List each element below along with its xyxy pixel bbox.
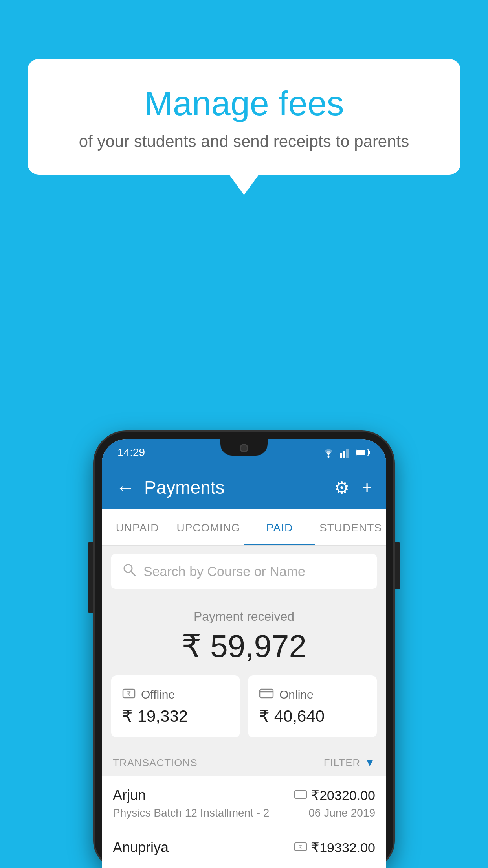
app-bar-actions: ⚙ + <box>334 478 372 498</box>
add-button[interactable]: + <box>362 478 372 497</box>
online-label: Online <box>279 688 314 701</box>
payment-received-section: Payment received ₹ 59,972 <box>102 597 386 675</box>
transaction-amount-wrap-2: ₹ ₹19332.00 <box>294 840 375 855</box>
bubble-title: Manage fees <box>59 83 429 124</box>
rupee-card-icon: ₹ <box>122 687 136 702</box>
offline-amount: ₹ 19,332 <box>122 706 229 726</box>
online-payment-icon <box>294 789 307 802</box>
filter-label: FILTER <box>324 757 361 769</box>
transaction-amount-2: ₹19332.00 <box>311 840 375 855</box>
transaction-top: Arjun ₹20320.00 <box>113 787 375 804</box>
settings-button[interactable]: ⚙ <box>334 478 349 498</box>
payment-cards-row: ₹ Offline ₹ 19,332 <box>102 675 386 748</box>
transactions-header: TRANSACTIONS FILTER ▼ <box>102 748 386 776</box>
tabs: UNPAID UPCOMING PAID STUDENTS <box>102 509 386 546</box>
transaction-row[interactable]: Arjun ₹20320.00 <box>102 776 386 828</box>
svg-point-0 <box>328 456 330 458</box>
transaction-amount: ₹20320.00 <box>311 787 375 803</box>
payment-received-amount: ₹ 59,972 <box>102 628 386 664</box>
credit-card-icon <box>259 687 274 702</box>
transaction-amount-wrap: ₹20320.00 <box>294 787 375 803</box>
tab-students[interactable]: STUDENTS <box>315 509 386 545</box>
svg-text:₹: ₹ <box>127 691 131 697</box>
svg-line-8 <box>131 572 135 576</box>
svg-rect-3 <box>346 449 349 458</box>
camera-notch <box>240 444 248 452</box>
notch <box>220 439 268 456</box>
speech-bubble-container: Manage fees of your students and send re… <box>28 59 460 175</box>
search-bar[interactable]: Search by Course or Name <box>111 554 377 589</box>
offline-card-header: ₹ Offline <box>122 687 229 702</box>
svg-rect-1 <box>340 453 342 458</box>
tab-upcoming[interactable]: UPCOMING <box>173 509 244 545</box>
payment-received-label: Payment received <box>102 609 386 624</box>
svg-rect-5 <box>368 451 370 454</box>
svg-rect-6 <box>356 450 365 455</box>
app-bar: ← Payments ⚙ + <box>102 466 386 509</box>
status-time: 14:29 <box>117 446 145 459</box>
transaction-bottom: Physics Batch 12 Installment - 2 06 June… <box>113 807 375 819</box>
phone-screen: 14:29 <box>102 439 386 868</box>
bubble-subtitle: of your students and send receipts to pa… <box>59 132 429 151</box>
offline-label: Offline <box>141 688 175 701</box>
transaction-course: Physics Batch 12 Installment - 2 <box>113 807 269 819</box>
filter-button[interactable]: FILTER ▼ <box>324 756 375 769</box>
offline-card: ₹ Offline ₹ 19,332 <box>111 675 240 737</box>
status-icons <box>322 447 371 458</box>
battery-icon <box>356 448 371 457</box>
transaction-name: Arjun <box>113 787 146 804</box>
main-content: Search by Course or Name Payment receive… <box>102 554 386 868</box>
offline-payment-icon: ₹ <box>294 841 307 854</box>
phone-outer-frame: 14:29 <box>95 432 393 868</box>
svg-text:₹: ₹ <box>299 844 302 850</box>
back-button[interactable]: ← <box>116 477 135 498</box>
transactions-label: TRANSACTIONS <box>113 757 198 769</box>
transaction-date: 06 June 2019 <box>308 807 375 819</box>
app-bar-title: Payments <box>144 477 334 498</box>
online-card-header: Online <box>259 687 366 702</box>
signal-icon <box>340 447 351 458</box>
search-input-placeholder[interactable]: Search by Course or Name <box>143 564 305 579</box>
transaction-top-2: Anupriya ₹ ₹19332.00 <box>113 839 375 856</box>
svg-rect-2 <box>343 451 345 458</box>
tab-paid[interactable]: PAID <box>244 509 315 545</box>
transaction-name-2: Anupriya <box>113 839 169 856</box>
transaction-row[interactable]: Anupriya ₹ ₹19332.00 <box>102 828 386 868</box>
wifi-icon <box>322 447 335 458</box>
online-amount: ₹ 40,640 <box>259 706 366 726</box>
svg-rect-11 <box>260 689 273 698</box>
speech-bubble: Manage fees of your students and send re… <box>28 59 460 175</box>
svg-rect-13 <box>295 791 306 798</box>
status-bar: 14:29 <box>102 439 386 466</box>
tab-unpaid[interactable]: UNPAID <box>102 509 173 545</box>
phone-device: 14:29 <box>95 432 393 868</box>
search-icon <box>122 563 136 580</box>
filter-icon: ▼ <box>364 756 375 769</box>
online-card: Online ₹ 40,640 <box>248 675 377 737</box>
